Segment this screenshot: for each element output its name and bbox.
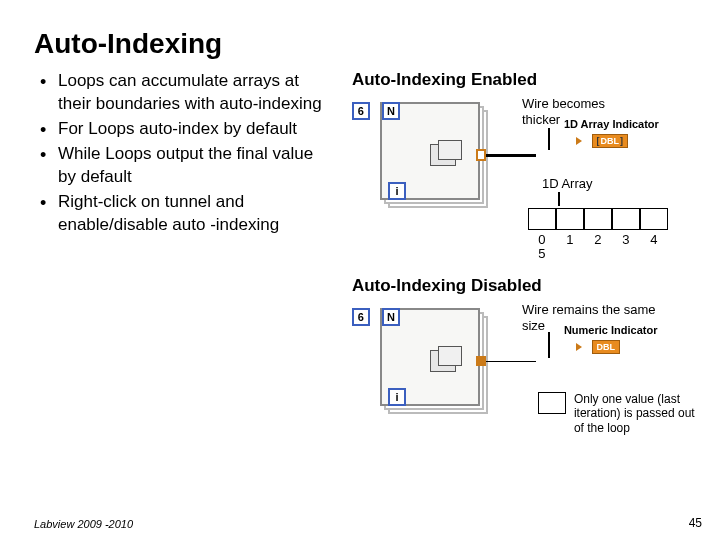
i-terminal-2: i [388,388,406,406]
axis-5: 5 [528,246,556,261]
random-icon-2 [430,350,456,372]
diagram-area: Auto-Indexing Enabled 6 N i Wire becomes… [352,70,686,540]
dbl-tag: DBL [592,340,621,354]
bullet-item: Loops can accumulate arrays at their bou… [40,70,334,116]
axis-2: 2 [584,232,612,247]
disabled-heading: Auto-Indexing Disabled [352,276,686,296]
auto-index-tunnel-enabled [476,149,486,161]
axis-0: 0 [528,232,556,247]
bullet-item: While Loops output the final value by de… [40,143,334,189]
iterations-box-2: 6 [352,308,370,326]
indicator-arrow-icon-2 [576,343,582,351]
numeric-indicator-label: Numeric Indicator [564,324,658,336]
iterations-box: 6 [352,102,370,120]
bullet-list: Loops can accumulate arrays at their bou… [34,70,334,540]
slide-title: Auto-Indexing [34,28,686,60]
axis-4: 4 [640,232,668,247]
axis-1: 1 [556,232,584,247]
dbl-array-tag: DBL [592,134,629,148]
array-label: 1D Array [542,176,593,192]
n-terminal: N [382,102,400,120]
n-terminal-2: N [382,308,400,326]
footer-text: Labview 2009 -2010 [34,518,133,530]
single-value-note: Only one value (last iteration) is passe… [574,392,704,435]
bullet-item: For Loops auto-index by default [40,118,334,141]
indicator-arrow-icon [576,137,582,145]
page-number: 45 [689,516,702,530]
random-icon [430,144,456,166]
bullet-item: Right-click on tunnel and enable/disable… [40,191,334,237]
i-terminal: i [388,182,406,200]
auto-index-tunnel-disabled [476,356,486,366]
array-cells [528,208,668,230]
array-indicator-label: 1D Array Indicator [564,118,659,130]
enabled-heading: Auto-Indexing Enabled [352,70,686,90]
single-value-cell [538,392,566,414]
axis-3: 3 [612,232,640,247]
